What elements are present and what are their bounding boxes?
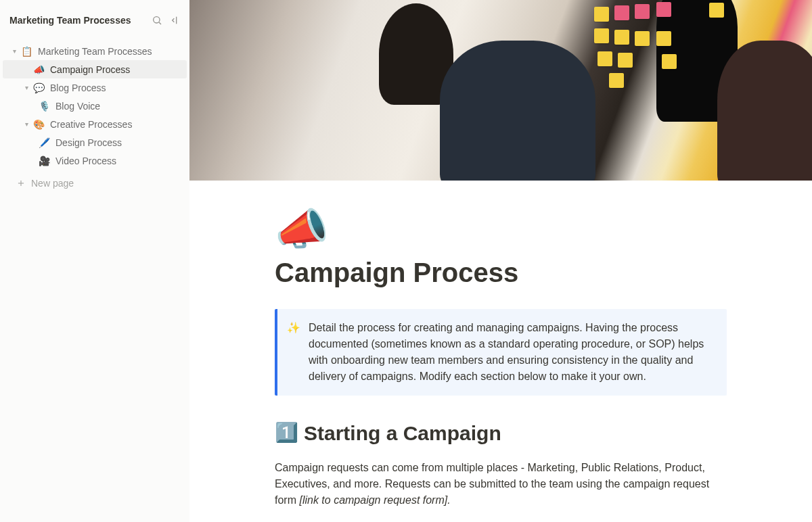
chevron-down-icon[interactable]: ▾ xyxy=(22,83,31,93)
main-content: 📣 Campaign Process ✨ Detail the process … xyxy=(189,0,812,522)
sidebar-header: Marketing Team Processes xyxy=(0,8,189,38)
clipboard-icon: 📋 xyxy=(20,45,32,57)
callout-text: Detail the process for creating and mana… xyxy=(309,320,716,385)
palette-icon: 🎨 xyxy=(32,118,45,130)
page-emoji[interactable]: 📣 xyxy=(275,208,727,251)
megaphone-icon: 📣 xyxy=(32,64,45,76)
keycap-one-icon: 1️⃣ xyxy=(275,421,298,445)
sidebar-item-campaign-process[interactable]: 📣 Campaign Process xyxy=(3,60,187,78)
sidebar-item-video-process[interactable]: 🎥 Video Process xyxy=(3,151,187,170)
paragraph-link-placeholder: [link to campaign request form]. xyxy=(299,494,450,506)
sparkles-icon: ✨ xyxy=(287,320,300,385)
sidebar-item-label: Design Process xyxy=(55,137,122,148)
search-icon[interactable] xyxy=(152,15,162,26)
page-title[interactable]: Campaign Process xyxy=(275,256,727,289)
plus-icon xyxy=(16,179,26,188)
sidebar-item-label: Blog Process xyxy=(50,82,106,93)
sidebar-item-label: Video Process xyxy=(55,156,116,166)
page-body: 📣 Campaign Process ✨ Detail the process … xyxy=(261,208,740,508)
new-page-button[interactable]: New page xyxy=(0,174,189,193)
svg-line-1 xyxy=(159,22,161,24)
sidebar-item-label: Blog Voice xyxy=(55,101,100,112)
callout-block[interactable]: ✨ Detail the process for creating and ma… xyxy=(275,309,727,396)
chevron-down-icon[interactable]: ▾ xyxy=(22,120,31,129)
video-camera-icon: 🎥 xyxy=(38,155,50,167)
nav-tree: ▾ 📋 Marketing Team Processes 📣 Campaign … xyxy=(0,38,189,174)
pen-icon: 🖊️ xyxy=(38,137,50,149)
sidebar-item-blog-voice[interactable]: 🎙️ Blog Voice xyxy=(3,97,187,115)
cover-image[interactable] xyxy=(189,0,812,181)
sidebar-header-actions xyxy=(152,15,180,26)
sidebar-item-label: Campaign Process xyxy=(50,64,130,75)
microphone-icon: 🎙️ xyxy=(38,100,50,112)
body-paragraph[interactable]: Campaign requests can come from multiple… xyxy=(275,460,727,508)
sidebar-item-design-process[interactable]: 🖊️ Design Process xyxy=(3,133,187,151)
sidebar-item-marketing-team-processes[interactable]: ▾ 📋 Marketing Team Processes xyxy=(3,42,187,60)
speech-bubble-icon: 💬 xyxy=(32,82,45,94)
svg-point-0 xyxy=(154,17,160,23)
new-page-label: New page xyxy=(31,178,74,189)
sidebar: Marketing Team Processes ▾ 📋 Marketing T… xyxy=(0,0,189,522)
chevron-spacer xyxy=(22,65,31,74)
section-heading-text: Starting a Campaign xyxy=(304,420,501,446)
chevron-down-icon[interactable]: ▾ xyxy=(9,47,19,56)
workspace-title[interactable]: Marketing Team Processes xyxy=(9,15,131,26)
sidebar-item-blog-process[interactable]: ▾ 💬 Blog Process xyxy=(3,78,187,97)
sidebar-item-label: Creative Processes xyxy=(50,119,132,130)
section-heading-starting-campaign[interactable]: 1️⃣ Starting a Campaign xyxy=(275,420,727,446)
sidebar-item-creative-processes[interactable]: ▾ 🎨 Creative Processes xyxy=(3,115,187,133)
collapse-sidebar-icon[interactable] xyxy=(169,15,180,26)
sidebar-item-label: Marketing Team Processes xyxy=(38,46,152,57)
